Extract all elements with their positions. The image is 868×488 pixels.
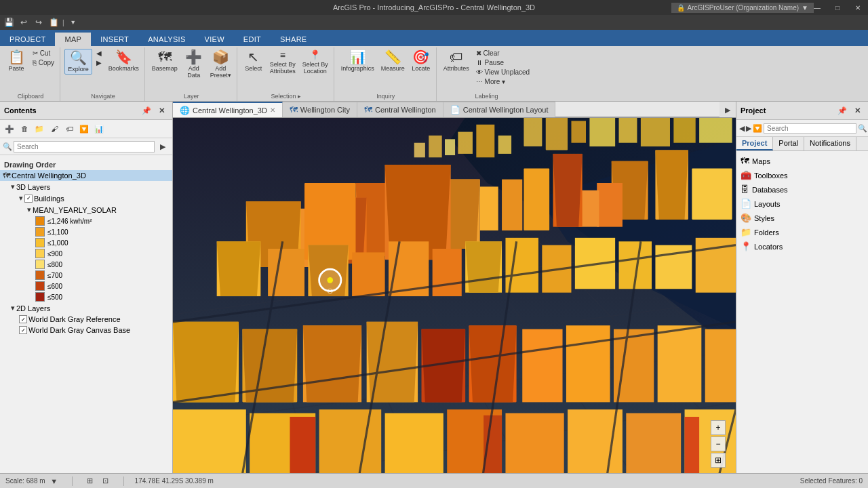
- tab-0-close[interactable]: ✕: [270, 106, 275, 114]
- add-preset-btn[interactable]: 📦 AddPreset▾: [208, 49, 234, 80]
- close-btn[interactable]: ✕: [848, 0, 868, 15]
- group-layer-btn[interactable]: 📁: [33, 122, 46, 136]
- 2d-layers-group[interactable]: ▾ 2D Layers: [0, 302, 172, 314]
- layouts-icon: 📄: [741, 199, 751, 209]
- select-btn[interactable]: ↖ Select: [241, 49, 266, 73]
- copy-btn[interactable]: ⎘ Copy: [30, 58, 57, 67]
- scale-btn-2[interactable]: ⊡: [99, 474, 113, 488]
- contents-search-bar: 🔍 ▶: [0, 138, 172, 155]
- maximize-btn[interactable]: □: [827, 0, 848, 15]
- project-tab-notifications[interactable]: Notifications: [804, 137, 856, 150]
- svg-rect-85: [705, 329, 736, 403]
- tab-insert[interactable]: INSERT: [91, 33, 138, 46]
- nav-back[interactable]: ◀: [94, 49, 104, 58]
- buildings-checkbox[interactable]: [24, 195, 33, 203]
- contents-search-input[interactable]: [14, 141, 155, 152]
- project-search-input[interactable]: [764, 123, 856, 134]
- locate-btn[interactable]: 🎯 Locate: [409, 49, 433, 73]
- 3d-layers-group[interactable]: ▾ 3D Layers: [0, 181, 172, 192]
- zoom-out-btn[interactable]: −: [711, 436, 726, 451]
- tab-scroll-right[interactable]: ▶: [721, 103, 734, 117]
- basemap-btn[interactable]: 🗺 Basemap: [149, 49, 180, 73]
- world-dark-ref-item[interactable]: World Dark Gray Reference: [0, 314, 172, 325]
- project-forward-btn[interactable]: ▶: [746, 121, 751, 135]
- pause-btn[interactable]: ⏸ Pause: [473, 58, 532, 67]
- qa-customize[interactable]: ▼: [67, 16, 79, 28]
- svg-rect-13: [524, 118, 542, 146]
- search-icon: 🔍: [3, 142, 12, 151]
- project-toolboxes[interactable]: 🧰 Toolboxes: [736, 168, 868, 182]
- project-tab-portal[interactable]: Portal: [773, 137, 804, 150]
- buildings-group[interactable]: ▾ Buildings: [0, 192, 172, 204]
- project-layouts[interactable]: 📄 Layouts: [736, 197, 868, 211]
- project-search-btn[interactable]: 🔍: [858, 121, 867, 135]
- infographics-btn[interactable]: 📊 Infographics: [338, 49, 377, 73]
- scale-dropdown[interactable]: ▼: [47, 474, 61, 488]
- measure-btn[interactable]: 📏 Measure: [378, 49, 408, 73]
- project-maps[interactable]: 🗺 Maps: [736, 154, 868, 168]
- tab-project[interactable]: PROJECT: [0, 33, 55, 46]
- project-folders[interactable]: 📁 Folders: [736, 225, 868, 239]
- solar-layer[interactable]: ▾ MEAN_YEARLY_SOLAR: [0, 204, 172, 216]
- filter-btn[interactable]: 🔽: [77, 122, 91, 136]
- project-locators[interactable]: 📍 Locators: [736, 239, 868, 253]
- select-by-attr-btn[interactable]: ≡ Select ByAttributes: [267, 49, 298, 76]
- qa-save[interactable]: 💾: [3, 16, 15, 28]
- legend-label-4: ≤800: [47, 261, 62, 268]
- project-close-btn[interactable]: ✕: [850, 104, 864, 117]
- paste-btn[interactable]: 📋 Paste: [4, 49, 28, 73]
- add-layer-btn[interactable]: ➕: [3, 122, 16, 136]
- select-by-loc-btn[interactable]: 📍 Select ByLocation: [300, 49, 331, 76]
- zoom-in-btn[interactable]: +: [711, 420, 726, 435]
- add-data-btn[interactable]: ➕ AddData: [182, 49, 206, 80]
- project-styles[interactable]: 🎨 Styles: [736, 211, 868, 225]
- search-btn[interactable]: ▶: [156, 140, 170, 153]
- cut-btn[interactable]: ✂ Cut: [30, 49, 57, 58]
- map-tab-2[interactable]: 🗺 Central Wellington: [357, 102, 443, 117]
- project-databases[interactable]: 🗄 Databases: [736, 182, 868, 197]
- label-btn[interactable]: 🏷: [62, 122, 76, 136]
- contents-panel: Contents 📌 ✕ ➕ 🗑 📁 🖌 🏷 🔽 📊 🔍 ▶ Drawing O…: [0, 102, 173, 473]
- view-unplaced-btn[interactable]: 👁 View Unplaced: [473, 68, 532, 77]
- map-viewport[interactable]: + − ⊞: [173, 118, 736, 473]
- inquiry-items: 📊 Infographics 📏 Measure 🎯 Locate: [338, 49, 433, 93]
- explore-btn[interactable]: 🔍 Explore: [64, 49, 92, 75]
- contents-pin-btn[interactable]: 📌: [140, 104, 153, 117]
- project-tab-project[interactable]: Project: [736, 137, 773, 150]
- minimize-btn[interactable]: —: [807, 0, 827, 15]
- labeling-items: 🏷 Attributes ✖ Clear ⏸ Pause 👁 View Unpl…: [441, 49, 532, 93]
- tab-edit[interactable]: EDIT: [234, 33, 271, 46]
- scale-btn-1[interactable]: ⊞: [83, 474, 97, 488]
- tab-view[interactable]: VIEW: [195, 33, 234, 46]
- tab-map[interactable]: MAP: [55, 33, 91, 46]
- contents-close-btn[interactable]: ✕: [155, 104, 168, 117]
- project-back-btn[interactable]: ◀: [739, 121, 745, 135]
- remove-layer-btn[interactable]: 🗑: [18, 122, 31, 136]
- project-pin-btn[interactable]: 📌: [835, 104, 849, 117]
- qa-clipboard[interactable]: 📋: [47, 16, 60, 28]
- dark-canvas-checkbox[interactable]: [19, 326, 27, 334]
- chart-btn[interactable]: 📊: [92, 122, 106, 136]
- attributes-btn[interactable]: 🏷 Attributes: [441, 49, 472, 73]
- full-extent-btn[interactable]: ⊞: [711, 453, 726, 468]
- project-filter-btn[interactable]: 🔽: [753, 121, 762, 135]
- clear-btn[interactable]: ✖ Clear: [473, 49, 532, 58]
- dark-ref-checkbox[interactable]: [19, 315, 27, 323]
- nav-forward[interactable]: ▶: [94, 58, 104, 67]
- bookmarks-btn[interactable]: 🔖 Bookmarks: [106, 49, 142, 73]
- map-tab-0[interactable]: 🌐 Central Wellington_3D ✕: [173, 102, 283, 117]
- more-btn[interactable]: ⋯ More ▾: [473, 77, 532, 86]
- tab-share[interactable]: SHARE: [271, 33, 316, 46]
- svg-rect-97: [685, 417, 700, 473]
- map-tab-1[interactable]: 🗺 Wellington City: [283, 102, 357, 117]
- tab-analysis[interactable]: ANALYSIS: [138, 33, 195, 46]
- main-map-item[interactable]: 🗺 Central Wellington_3D: [0, 170, 172, 181]
- legend-label-6: ≤600: [47, 283, 62, 290]
- qa-redo[interactable]: ↪: [33, 16, 45, 28]
- world-dark-canvas-item[interactable]: World Dark Gray Canvas Base: [0, 325, 172, 336]
- qa-undo[interactable]: ↩: [18, 16, 30, 28]
- svg-rect-32: [597, 183, 623, 227]
- map-tab-3[interactable]: 📄 Central Wellington Layout: [443, 102, 556, 117]
- symbology-btn[interactable]: 🖌: [47, 122, 61, 136]
- 2d-layers-label: 2D Layers: [16, 304, 50, 312]
